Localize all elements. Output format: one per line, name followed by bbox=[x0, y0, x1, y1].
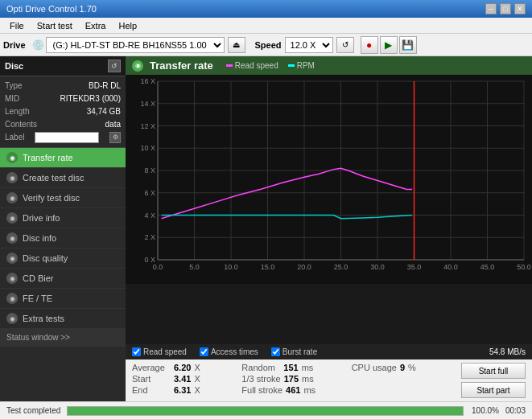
nav-fe-te[interactable]: ◉ FE / TE bbox=[0, 289, 126, 309]
stats-cpu: CPU usage 9 % bbox=[352, 363, 461, 372]
disc-label-input[interactable] bbox=[35, 132, 99, 143]
toolbar-icon-3[interactable]: 💾 bbox=[399, 36, 417, 54]
nav-disc-info[interactable]: ◉ Disc info bbox=[0, 228, 126, 249]
speed-select[interactable]: 12.0 X bbox=[285, 37, 333, 53]
menu-file[interactable]: File bbox=[3, 19, 31, 32]
nav-transfer-rate[interactable]: ◉ Transfer rate bbox=[0, 148, 126, 168]
toolbar-icon-1[interactable]: ● bbox=[361, 36, 378, 54]
start-unit: X bbox=[194, 374, 200, 384]
average-unit: X bbox=[194, 363, 200, 372]
chart-container bbox=[126, 75, 532, 344]
stats-one-third-stroke: 1/3 stroke 175 ms bbox=[241, 374, 351, 384]
toolbar-icon-2[interactable]: ▶ bbox=[380, 36, 398, 54]
drive-label: Drive bbox=[3, 40, 26, 50]
menu-extra[interactable]: Extra bbox=[79, 19, 113, 32]
disc-info-icon: ◉ bbox=[6, 232, 18, 244]
menu-help[interactable]: Help bbox=[112, 19, 143, 32]
nav-disc-quality-label: Disc quality bbox=[23, 253, 68, 263]
checkbox-access-times[interactable]: Access times bbox=[200, 347, 258, 356]
transfer-rate-icon: ◉ bbox=[6, 152, 18, 163]
burst-rate-checkbox-label: Burst rate bbox=[282, 347, 317, 356]
full-stroke-label: Full stroke bbox=[241, 385, 282, 395]
eject-button[interactable]: ⏏ bbox=[228, 37, 245, 53]
disc-title: Disc bbox=[5, 61, 23, 71]
disc-type-value: BD-R DL bbox=[89, 80, 121, 92]
time-label: 00:03 bbox=[505, 406, 526, 415]
nav-disc-quality[interactable]: ◉ Disc quality bbox=[0, 249, 126, 269]
legend-rpm-color bbox=[288, 64, 295, 67]
full-stroke-unit: ms bbox=[303, 385, 315, 395]
nav-drive-info[interactable]: ◉ Drive info bbox=[0, 208, 126, 228]
full-stroke-value: 461 bbox=[286, 385, 300, 395]
stats-buttons: Start full Start part bbox=[461, 363, 526, 398]
read-speed-checkbox[interactable] bbox=[132, 347, 141, 356]
menu-start-test[interactable]: Start test bbox=[31, 19, 79, 32]
create-test-disc-icon: ◉ bbox=[6, 172, 18, 183]
nav-transfer-rate-label: Transfer rate bbox=[23, 153, 73, 162]
end-label: End bbox=[132, 385, 171, 395]
close-button[interactable]: ✕ bbox=[514, 3, 526, 14]
one-third-stroke-value: 175 bbox=[284, 374, 299, 384]
legend-read-speed-color bbox=[226, 64, 233, 67]
nav-cd-bier[interactable]: ◉ CD Bier bbox=[0, 269, 126, 289]
nav-create-test-disc[interactable]: ◉ Create test disc bbox=[0, 168, 126, 188]
random-value: 151 bbox=[283, 363, 298, 372]
stats-start: Start 3.41 X bbox=[132, 374, 241, 384]
progress-label: 100.0% bbox=[470, 406, 499, 415]
disc-label-label: Label bbox=[5, 131, 24, 144]
chart-checkboxes: Read speed Access times Burst rate 54.8 … bbox=[126, 344, 532, 359]
random-label: Random bbox=[241, 363, 280, 372]
one-third-stroke-unit: ms bbox=[302, 374, 314, 384]
app-title: Opti Drive Control 1.70 bbox=[6, 4, 97, 14]
nav-extra-tests[interactable]: ◉ Extra tests bbox=[0, 309, 126, 329]
nav-create-test-disc-label: Create test disc bbox=[23, 173, 84, 183]
legend-rpm-label: RPM bbox=[297, 61, 315, 70]
disc-refresh-button[interactable]: ↺ bbox=[108, 60, 121, 72]
start-value: 3.41 bbox=[174, 374, 191, 384]
speed-refresh-button[interactable]: ↺ bbox=[336, 37, 354, 53]
stats-col-3: CPU usage 9 % bbox=[352, 363, 461, 398]
disc-header: Disc ↺ bbox=[0, 56, 126, 76]
nav-status-window[interactable]: Status window >> bbox=[0, 329, 126, 347]
disc-label-button[interactable]: ⚙ bbox=[109, 132, 121, 143]
checkbox-read-speed[interactable]: Read speed bbox=[132, 347, 187, 356]
disc-mid-value: RITEKDR3 (000) bbox=[60, 92, 121, 105]
nav-verify-test-disc[interactable]: ◉ Verify test disc bbox=[0, 188, 126, 208]
nav-verify-test-disc-label: Verify test disc bbox=[23, 193, 80, 203]
stats-full-stroke: Full stroke 461 ms bbox=[241, 385, 351, 395]
end-unit: X bbox=[194, 385, 200, 395]
drive-bar: Drive 💿 (G:) HL-DT-ST BD-RE BH16NS55 1.0… bbox=[0, 34, 532, 56]
access-times-checkbox[interactable] bbox=[200, 347, 208, 356]
chart-title: Transfer rate bbox=[150, 60, 213, 72]
disc-quality-icon: ◉ bbox=[6, 253, 18, 264]
title-controls: – □ ✕ bbox=[485, 3, 526, 14]
checkbox-burst-rate[interactable]: Burst rate bbox=[271, 347, 317, 356]
main-content: Disc ↺ Type BD-R DL MID RITEKDR3 (000) L… bbox=[0, 56, 532, 401]
legend-rpm: RPM bbox=[288, 61, 315, 70]
disc-type-row: Type BD-R DL bbox=[5, 80, 121, 92]
chart-legend: Read speed RPM bbox=[226, 61, 315, 70]
start-label: Start bbox=[132, 374, 171, 384]
minimize-button[interactable]: – bbox=[485, 3, 497, 14]
extra-tests-icon: ◉ bbox=[6, 313, 18, 324]
legend-read-speed: Read speed bbox=[226, 61, 278, 70]
fe-te-icon: ◉ bbox=[6, 293, 18, 304]
disc-contents-label: Contents bbox=[5, 118, 37, 131]
read-speed-checkbox-label: Read speed bbox=[143, 347, 187, 356]
disc-contents-row: Contents data bbox=[5, 118, 121, 131]
average-label: Average bbox=[132, 363, 171, 372]
maximize-button[interactable]: □ bbox=[500, 3, 511, 14]
burst-rate-value: 54.8 MB/s bbox=[489, 347, 526, 356]
disc-type-label: Type bbox=[5, 80, 23, 92]
nav-extra-tests-label: Extra tests bbox=[23, 314, 64, 323]
stats-col-1: Average 6.20 X Start 3.41 X End 6.31 X bbox=[132, 363, 241, 398]
disc-length-row: Length 34,74 GB bbox=[5, 105, 121, 118]
start-part-button[interactable]: Start part bbox=[461, 382, 526, 398]
disc-info-panel: Type BD-R DL MID RITEKDR3 (000) Length 3… bbox=[0, 76, 126, 148]
stats-average: Average 6.20 X bbox=[132, 363, 241, 372]
burst-rate-checkbox[interactable] bbox=[271, 347, 280, 356]
nav-status-window-label: Status window >> bbox=[6, 333, 70, 342]
drive-select[interactable]: (G:) HL-DT-ST BD-RE BH16NS55 1.00 bbox=[46, 37, 225, 53]
stats-col-2: Random 151 ms 1/3 stroke 175 ms Full str… bbox=[241, 363, 351, 398]
start-full-button[interactable]: Start full bbox=[461, 363, 526, 379]
